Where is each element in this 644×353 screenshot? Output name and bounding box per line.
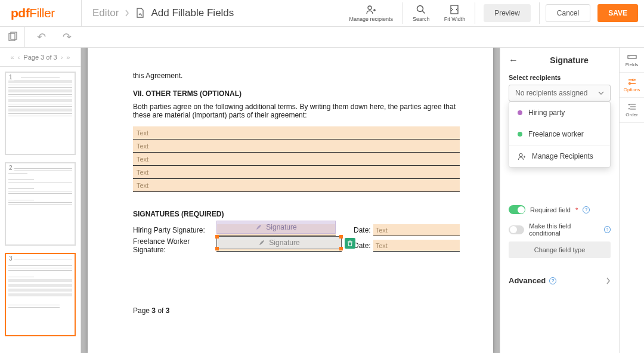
save-button[interactable]: SAVE	[597, 4, 638, 22]
rail-fields[interactable]: Fields	[620, 48, 644, 73]
section-7-heading: VII. OTHER TERMS (OPTIONAL)	[133, 89, 460, 98]
recipient-option-hiring[interactable]: Hiring party	[509, 102, 610, 123]
options-icon	[627, 78, 637, 86]
page-title: Add Fillable Fields	[151, 7, 234, 19]
svg-point-1	[417, 6, 423, 12]
recipient-dot-icon	[518, 110, 522, 115]
hiring-signature-field[interactable]: Signature	[216, 224, 336, 236]
properties-panel: ← Signature Select recipients No recipie…	[500, 48, 619, 353]
text-field-2[interactable]: Text	[133, 140, 460, 153]
change-field-type-button[interactable]: Change field type	[509, 241, 611, 258]
pages-toggle[interactable]	[0, 27, 25, 47]
pages-icon	[7, 32, 18, 42]
svg-point-0	[368, 6, 371, 10]
fit-width-icon	[449, 4, 460, 15]
page-last[interactable]: »	[66, 54, 70, 61]
chevron-down-icon	[598, 91, 604, 95]
people-icon	[366, 4, 376, 15]
date-field-2[interactable]: Text	[373, 240, 460, 252]
required-label: Required field	[530, 206, 571, 213]
add-field-icon	[135, 8, 145, 18]
breadcrumb-editor[interactable]: Editor	[92, 7, 119, 19]
svg-rect-2	[451, 5, 458, 14]
search-icon	[416, 4, 426, 15]
people-icon	[518, 152, 526, 160]
date-field-1[interactable]: Text	[373, 224, 460, 236]
preview-button[interactable]: Preview	[484, 4, 531, 22]
feather-icon	[258, 239, 265, 246]
freelance-signature-field[interactable]: Signature	[216, 240, 342, 252]
resize-handle[interactable]	[215, 247, 219, 250]
manage-recipients-option[interactable]: Manage Recipients	[509, 145, 610, 167]
text-field-3[interactable]: Text	[133, 153, 460, 166]
thumb-page-1[interactable]: 1	[5, 72, 76, 155]
info-icon[interactable]: ?	[583, 206, 590, 213]
back-button[interactable]: ←	[509, 55, 518, 66]
signature-overlay-freelance-selected[interactable]: Signature	[216, 236, 342, 249]
freelance-signature-label: Freelance Worker Signature:	[133, 237, 216, 254]
redo-button[interactable]: ↷	[63, 30, 72, 44]
svg-point-5	[519, 154, 522, 157]
trash-icon	[347, 240, 353, 246]
feather-icon	[255, 224, 262, 231]
advanced-section[interactable]: Advanced?	[509, 276, 611, 285]
text-field-5[interactable]: Text	[133, 179, 460, 192]
manage-recipients-tool[interactable]: Manage recipients	[342, 4, 401, 22]
thumb-page-3[interactable]: 3	[5, 253, 76, 336]
search-tool[interactable]: Search	[405, 4, 437, 22]
page-count: Page 3 of 3	[133, 306, 460, 315]
delete-field-button[interactable]	[345, 238, 355, 249]
recipient-dot-icon	[518, 132, 522, 137]
section-7-body: Both parties agree on the following addi…	[133, 103, 460, 119]
conditional-label: Make this field conditional	[529, 222, 599, 237]
thumb-page-2[interactable]: 2	[5, 162, 76, 246]
date-label-1: Date:	[354, 226, 371, 234]
rail-options[interactable]: Options	[620, 73, 644, 98]
recipients-select[interactable]: No recipients assigned	[509, 85, 611, 101]
page-first[interactable]: «	[11, 54, 14, 61]
page-next[interactable]: ›	[61, 54, 63, 61]
signatures-heading: SIGNATURES (REQUIRED)	[133, 210, 460, 218]
rail-order[interactable]: Order	[620, 98, 644, 123]
required-toggle[interactable]	[509, 205, 525, 214]
page-indicator: Page 3 of 3	[23, 54, 57, 61]
fit-width-tool[interactable]: Fit Width	[437, 4, 473, 22]
chevron-right-icon	[125, 10, 129, 17]
trailing-line: this Agreement.	[133, 72, 460, 80]
chevron-right-icon	[606, 277, 611, 284]
undo-button[interactable]: ↶	[37, 30, 46, 44]
cancel-button[interactable]: Cancel	[546, 4, 590, 22]
document-page[interactable]: this Agreement. VII. OTHER TERMS (OPTION…	[88, 48, 493, 353]
select-recipients-label: Select recipients	[509, 74, 611, 81]
fields-icon	[627, 52, 637, 61]
hiring-signature-label: Hiring Party Signature:	[133, 226, 216, 234]
breadcrumb: Editor Add Fillable Fields	[81, 0, 234, 26]
signature-overlay-hiring[interactable]: Signature	[216, 221, 336, 234]
panel-title: Signature	[528, 55, 611, 65]
date-label-2: Date:	[354, 241, 371, 250]
page-nav: « ‹ Page 3 of 3 › »	[0, 48, 80, 67]
logo[interactable]: pdfFiller	[0, 6, 81, 20]
info-icon[interactable]: ?	[549, 277, 556, 284]
resize-handle[interactable]	[215, 235, 219, 239]
resize-handle[interactable]	[339, 235, 343, 239]
recipient-option-freelance[interactable]: Freelance worker	[509, 123, 610, 145]
conditional-toggle[interactable]	[509, 225, 524, 234]
text-field-1[interactable]: Text	[133, 126, 460, 140]
required-star: *	[575, 206, 578, 213]
info-icon[interactable]: ?	[604, 226, 611, 233]
order-icon	[627, 103, 637, 111]
resize-handle[interactable]	[339, 247, 343, 250]
text-field-4[interactable]: Text	[133, 166, 460, 179]
recipients-dropdown: Hiring party Freelance worker Manage Rec…	[509, 101, 611, 168]
page-prev[interactable]: ‹	[18, 54, 20, 61]
